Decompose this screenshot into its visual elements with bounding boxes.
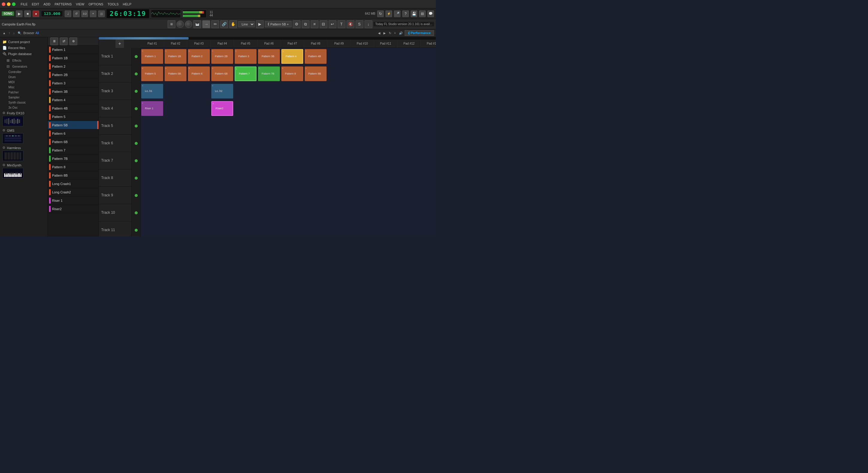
export-icon[interactable]: ▤ bbox=[419, 10, 426, 17]
pattern-list-item[interactable]: Pattern 4B bbox=[48, 104, 98, 113]
chat-icon[interactable]: 💬 bbox=[427, 10, 434, 17]
track-cell[interactable] bbox=[421, 135, 436, 152]
track-cell[interactable] bbox=[257, 221, 281, 237]
menu-file[interactable]: FILE bbox=[19, 2, 29, 7]
pattern-block[interactable]: ×Pattern 2B bbox=[211, 49, 233, 64]
pattern-block-close[interactable]: × bbox=[212, 84, 213, 87]
arrow-icon[interactable]: → bbox=[202, 20, 210, 28]
track-cell[interactable] bbox=[351, 135, 374, 152]
track-cell[interactable] bbox=[211, 117, 234, 135]
track-cell[interactable] bbox=[234, 204, 257, 221]
plugin-item-minisynth[interactable]: ⚙ MiniSynth bbox=[0, 162, 48, 168]
pattern-block[interactable]: ×Pattern 4 bbox=[281, 49, 303, 64]
patterns-link-icon[interactable]: ⊕ bbox=[69, 37, 77, 45]
track-cell[interactable] bbox=[234, 100, 257, 117]
question-icon[interactable]: ? bbox=[402, 10, 409, 17]
pattern-list-item[interactable]: Pattern 6 bbox=[48, 129, 98, 138]
track-cell[interactable] bbox=[164, 83, 187, 100]
pattern-list-item[interactable]: Pattern 6B bbox=[48, 138, 98, 146]
track-cell[interactable]: ×Pattern 4 bbox=[281, 48, 304, 65]
track-cell[interactable] bbox=[374, 135, 398, 152]
pattern-settings-icon[interactable]: ⚙ bbox=[293, 20, 301, 28]
track-cell[interactable]: ×Pattern 7B bbox=[257, 65, 281, 83]
pattern-list-item[interactable]: Pattern 3B bbox=[48, 87, 98, 96]
track-cell[interactable] bbox=[304, 221, 328, 237]
track-cell[interactable] bbox=[351, 48, 374, 65]
track-cell[interactable] bbox=[257, 100, 281, 117]
track-cell[interactable] bbox=[374, 117, 398, 135]
track-cell[interactable] bbox=[398, 100, 421, 117]
track-cell[interactable] bbox=[187, 170, 211, 187]
snap-icon[interactable]: ⊞ bbox=[167, 20, 176, 28]
pattern-block[interactable]: ×Pattern 1 bbox=[141, 49, 163, 64]
track-cell[interactable] bbox=[141, 204, 164, 221]
track-cell[interactable] bbox=[398, 170, 421, 187]
track-cell[interactable] bbox=[164, 152, 187, 170]
track-cell[interactable] bbox=[257, 135, 281, 152]
pattern-block-close[interactable]: × bbox=[282, 67, 283, 70]
browser-all[interactable]: All bbox=[36, 31, 39, 35]
track-cell[interactable]: ×Pattern 8 bbox=[281, 65, 304, 83]
browser-up-icon[interactable]: ▲ bbox=[2, 31, 7, 35]
patterns-list-icon[interactable]: ≣ bbox=[50, 37, 58, 45]
maximize-button[interactable] bbox=[12, 2, 16, 6]
track-cell[interactable] bbox=[234, 187, 257, 204]
track-cell[interactable] bbox=[234, 170, 257, 187]
track-cell[interactable] bbox=[164, 221, 187, 237]
song-mode-button[interactable]: SONG bbox=[2, 11, 14, 16]
pattern-block[interactable]: ×Riser 1 bbox=[141, 101, 163, 116]
pattern-block[interactable]: ×Pattern 7 bbox=[235, 66, 256, 81]
track-cell[interactable] bbox=[234, 117, 257, 135]
track-cell[interactable] bbox=[421, 117, 436, 135]
track-cell[interactable]: ×Pattern 5B bbox=[164, 65, 187, 83]
track-cell[interactable] bbox=[304, 204, 328, 221]
menu-options[interactable]: OPTIONS bbox=[87, 2, 105, 7]
clone-icon[interactable]: ⧉ bbox=[302, 20, 309, 28]
patterns-view-icon[interactable]: ⇄ bbox=[60, 37, 68, 45]
pattern-block[interactable]: ×Pattern 6B bbox=[211, 66, 233, 81]
track-cell[interactable] bbox=[351, 204, 374, 221]
solo-icon[interactable]: S bbox=[355, 20, 363, 28]
track-active-dot[interactable] bbox=[135, 107, 138, 110]
track-cell[interactable]: ×Riser2 bbox=[211, 100, 234, 117]
master-vol-knob[interactable] bbox=[177, 21, 184, 28]
pattern-block-close[interactable]: × bbox=[142, 50, 143, 52]
pattern-block[interactable]: ×Pattern 2 bbox=[188, 49, 210, 64]
sidebar-item-recent-files[interactable]: 📄 Recent files bbox=[0, 45, 48, 51]
pattern-list-item[interactable]: Pattern 8B bbox=[48, 171, 98, 180]
add-track-button[interactable]: + bbox=[116, 39, 124, 48]
track-cell[interactable] bbox=[351, 83, 374, 100]
master-pitch-knob[interactable] bbox=[185, 21, 192, 28]
track-cell[interactable] bbox=[281, 100, 304, 117]
pattern-list-item[interactable]: Pattern 1 bbox=[48, 46, 98, 54]
track-cell[interactable] bbox=[281, 204, 304, 221]
track-cell[interactable] bbox=[164, 135, 187, 152]
track-cell[interactable]: ×Pattern 3 bbox=[234, 48, 257, 65]
track-cell[interactable] bbox=[398, 221, 421, 237]
browser-search-icon[interactable]: 🔍 bbox=[17, 31, 22, 35]
track-cell[interactable] bbox=[304, 152, 328, 170]
track-cell[interactable] bbox=[421, 170, 436, 187]
nav-add-icon[interactable]: + bbox=[393, 31, 397, 35]
track-cell[interactable] bbox=[257, 83, 281, 100]
track-cell[interactable] bbox=[374, 83, 398, 100]
track-cell[interactable] bbox=[257, 152, 281, 170]
pattern-block-close[interactable]: × bbox=[142, 84, 143, 87]
pattern-block-close[interactable]: × bbox=[305, 67, 307, 70]
pattern-list-item[interactable]: Pattern 5B bbox=[48, 121, 98, 129]
track-cell[interactable] bbox=[187, 117, 211, 135]
track-cell[interactable] bbox=[234, 221, 257, 237]
pattern-list-item[interactable]: Riser2 bbox=[48, 205, 98, 213]
track-cell[interactable] bbox=[421, 100, 436, 117]
sidebar-item-misc[interactable]: Misc bbox=[0, 85, 48, 90]
sidebar-item-current-project[interactable]: 📁 Current project bbox=[0, 39, 48, 45]
pattern-block-close[interactable]: × bbox=[305, 50, 307, 52]
plugin-item-gms[interactable]: ⚙ GMS bbox=[0, 127, 48, 133]
align-icon[interactable]: ≡ bbox=[311, 20, 318, 28]
record-count-icon[interactable]: 3:2 bbox=[82, 10, 88, 17]
pattern-block-close[interactable]: × bbox=[258, 50, 260, 52]
track-cell[interactable] bbox=[328, 83, 351, 100]
minimize-button[interactable] bbox=[7, 2, 10, 6]
track-cell[interactable] bbox=[211, 170, 234, 187]
track-cell[interactable] bbox=[234, 135, 257, 152]
